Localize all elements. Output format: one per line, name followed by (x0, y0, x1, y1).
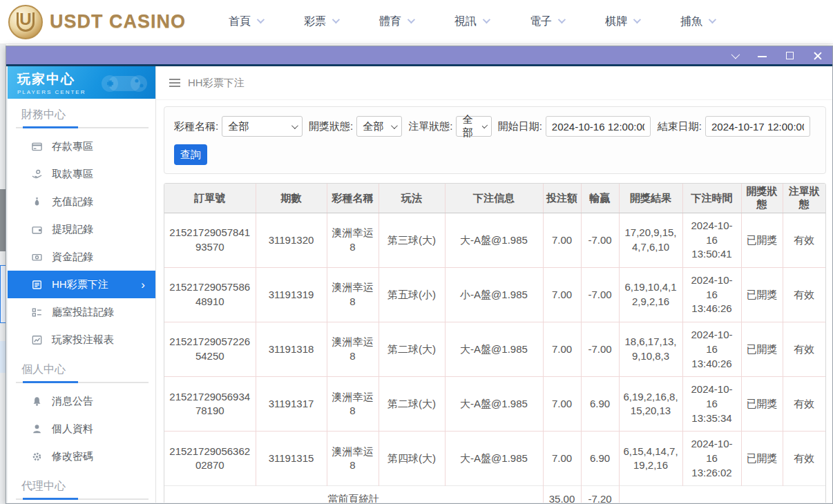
lottery-name-select[interactable]: 全部 (222, 116, 303, 137)
cell-bet-info: 大-A盤@1.985 (445, 377, 543, 432)
cell-lottery-name: 澳洲幸运8 (327, 377, 379, 432)
sidebar-item[interactable]: 消息公告 (8, 387, 155, 415)
window-close-button[interactable] (812, 50, 823, 61)
sidebar-item-label: 消息公告 (52, 395, 93, 408)
nav-item-label: 電子 (530, 14, 552, 29)
cell-win-loss: -7.00 (581, 213, 619, 268)
chevron-down-icon (257, 15, 265, 23)
cell-bet-time: 2024-10-16 13:35:34 (682, 377, 741, 432)
order-status-select[interactable]: 全部 (456, 116, 491, 137)
nav-item[interactable]: 體育 (376, 9, 416, 35)
cell-order-status: 有效 (783, 377, 825, 432)
sidebar-item-label: 取款專區 (52, 168, 93, 181)
sidebar: 玩家中心 PLAYERS CENTER 財務中心存款專區取款專區充值記錄提現記錄… (8, 66, 156, 503)
sidebar-item[interactable]: 玩家投注報表 (8, 326, 155, 353)
nav-item[interactable]: 視訊 (452, 9, 491, 35)
window-collapse-button[interactable] (729, 50, 740, 61)
window-minimize-button[interactable] (756, 50, 767, 61)
withdraw-hand-icon (31, 168, 43, 180)
cell-draw-result: 6,19,2,16,8,15,20,13 (619, 377, 682, 432)
table-row: 215217290563620287031191315澳洲幸运8第四球(大)大-… (164, 432, 825, 486)
sidebar-item[interactable]: 廳室投註記錄 (8, 298, 155, 326)
main-content: HH彩票下注 彩種名稱: 全部 開獎狀態: 全部 注單狀態: (156, 66, 832, 503)
cell-bet-time: 2024-10-16 13:50:41 (682, 213, 741, 268)
start-date-input[interactable] (546, 116, 651, 137)
end-date-input[interactable] (705, 116, 810, 137)
cell-bet-amount: 7.00 (543, 432, 581, 486)
nav-item[interactable]: 棋牌 (602, 9, 642, 35)
order-status-label: 注單狀態: (408, 120, 452, 133)
order-status-value: 全部 (462, 113, 476, 139)
cell-draw-result: 6,19,10,4,12,9,2,16 (619, 268, 682, 322)
chevron-down-icon (291, 122, 298, 129)
cell-order-no: 2152172905758648910 (164, 268, 256, 322)
chevron-down-icon (633, 15, 641, 23)
col-header-draw-status: 開獎狀態 (741, 184, 783, 213)
logo-coin-icon: U (8, 5, 43, 39)
cell-lottery-name: 澳洲幸运8 (327, 268, 379, 322)
bets-table-panel: 訂單號期數彩種名稱玩法下注信息投注額輸贏開獎結果下注時間開獎狀態注單狀態 215… (164, 183, 826, 503)
cell-win-loss: -7.00 (581, 268, 619, 322)
cell-bet-time: 2024-10-16 13:40:26 (682, 322, 741, 377)
cell-draw-status: 已開獎 (741, 377, 783, 432)
lottery-name-label: 彩種名稱: (174, 120, 218, 133)
sidebar-item-label: 修改密碼 (52, 450, 93, 463)
window-titlebar[interactable] (6, 46, 832, 66)
cell-play-type: 第四球(大) (379, 432, 445, 486)
report-icon (31, 334, 43, 346)
cell-order-no: 2152172905693478190 (164, 377, 256, 432)
sidebar-item[interactable]: 取款專區 (8, 160, 155, 188)
nav-item-label: 彩票 (304, 14, 326, 29)
nav-item[interactable]: 電子 (527, 9, 566, 35)
table-header-row: 訂單號期數彩種名稱玩法下注信息投注額輸贏開獎結果下注時間開獎狀態注單狀態 (164, 184, 825, 213)
nav-item[interactable]: 彩票 (301, 9, 341, 35)
table-row: 215217290569347819031191317澳洲幸运8第二球(大)大-… (164, 377, 825, 432)
site-logo[interactable]: U USDT CASINO (8, 5, 186, 39)
col-header-order-status: 注單狀態 (783, 184, 825, 213)
nav-item[interactable]: 首頁 (226, 9, 265, 35)
sidebar-item-label: 廳室投註記錄 (52, 306, 114, 319)
nav-item[interactable]: 捕魚 (678, 9, 717, 35)
gamepad-icon (99, 69, 150, 98)
sidebar-item[interactable]: 充值記錄 (8, 188, 155, 215)
cell-order-status: 有效 (783, 268, 825, 322)
sidebar-section-title: 代理中心 (8, 470, 155, 498)
cell-bet-amount: 7.00 (543, 322, 581, 377)
bet-list-icon (31, 279, 43, 291)
lottery-name-value: 全部 (228, 120, 249, 133)
end-date-label: 結束日期: (658, 120, 702, 133)
chevron-down-icon (408, 15, 415, 23)
sidebar-header: 玩家中心 PLAYERS CENTER (8, 66, 155, 99)
sidebar-item[interactable]: 存款專區 (8, 133, 155, 160)
query-button[interactable]: 查詢 (174, 144, 207, 165)
top-navbar: U USDT CASINO 首頁彩票體育視訊電子棋牌捕魚 (0, 0, 833, 44)
bets-table: 訂單號期數彩種名稱玩法下注信息投注額輸贏開獎結果下注時間開獎狀態注單狀態 215… (164, 184, 825, 503)
cell-period: 31191315 (256, 432, 327, 486)
cell-play-type: 第二球(大) (379, 322, 445, 377)
sidebar-item[interactable]: 提現記錄 (8, 215, 155, 243)
draw-status-select[interactable]: 全部 (356, 116, 402, 137)
window-maximize-button[interactable] (784, 50, 795, 61)
cell-order-no: 2152172905722654250 (164, 322, 256, 377)
menu-icon[interactable] (169, 79, 180, 87)
sidebar-item[interactable]: 資金記錄 (8, 243, 155, 271)
sidebar-item[interactable]: HH彩票下注› (8, 271, 155, 298)
chevron-down-icon (391, 122, 398, 129)
chevron-down-icon (558, 15, 566, 23)
sidebar-item-label: HH彩票下注 (52, 278, 108, 291)
summary-row: 當前頁統計35.00-7.20 (164, 486, 825, 503)
cell-play-type: 第五球(小) (379, 268, 445, 322)
sidebar-item[interactable]: 個人資料 (8, 415, 155, 443)
profile-icon (31, 423, 43, 435)
cell-win-loss: 6.90 (581, 377, 619, 432)
maximize-icon (786, 52, 794, 59)
logo-text: USDT CASINO (50, 11, 186, 32)
summary-label: 當前頁統計 (164, 486, 543, 503)
cell-lottery-name: 澳洲幸运8 (327, 322, 379, 377)
cell-win-loss: -7.00 (581, 322, 619, 377)
chevron-down-icon (481, 122, 488, 128)
chevron-down-icon (483, 15, 490, 23)
sidebar-item-label: 充值記錄 (52, 195, 93, 209)
cell-order-no: 2152172905784193570 (164, 213, 256, 268)
sidebar-item[interactable]: 修改密碼 (8, 443, 155, 470)
